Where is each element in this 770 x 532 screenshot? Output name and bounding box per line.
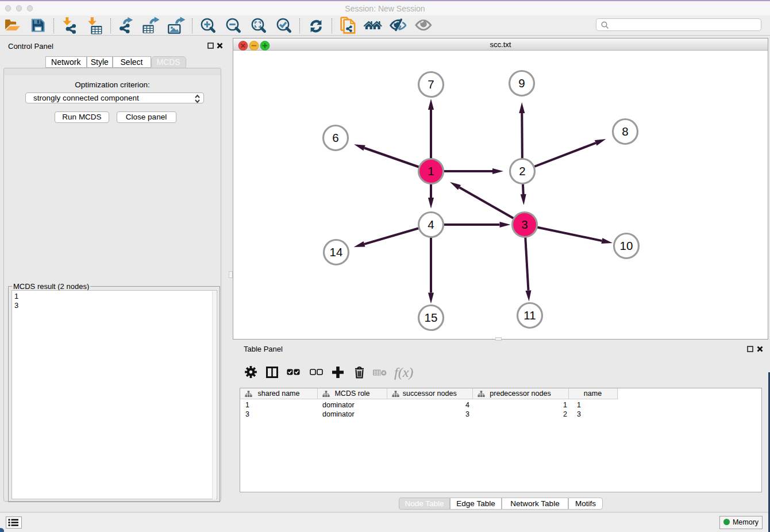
svg-text:10: 10: [620, 239, 633, 252]
svg-text:14: 14: [330, 245, 343, 259]
svg-text:11: 11: [523, 309, 536, 322]
svg-text:15: 15: [425, 311, 438, 324]
svg-text:7: 7: [428, 78, 434, 91]
svg-text:3: 3: [521, 218, 528, 231]
svg-text:1: 1: [428, 164, 434, 178]
svg-text:4: 4: [428, 218, 434, 231]
svg-text:8: 8: [622, 125, 628, 138]
svg-text:6: 6: [332, 131, 338, 144]
svg-text:9: 9: [518, 76, 525, 90]
svg-text:2: 2: [519, 164, 525, 178]
